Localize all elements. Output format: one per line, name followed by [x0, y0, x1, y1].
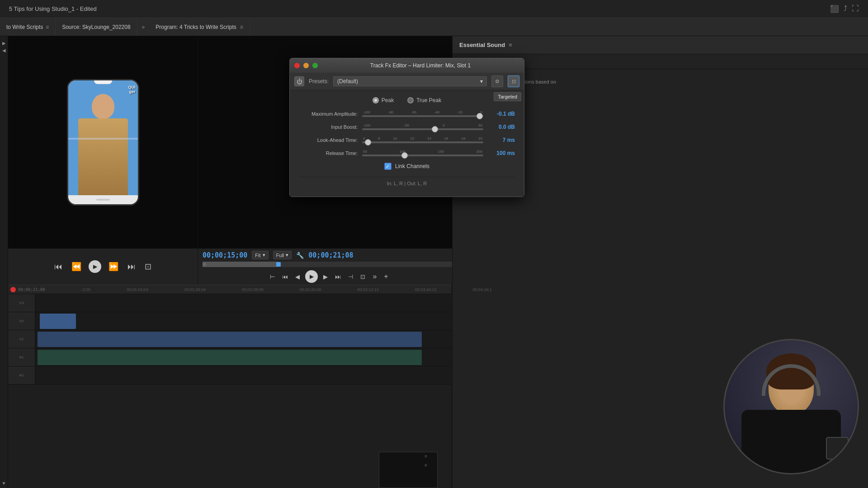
max-amplitude-track[interactable]	[362, 115, 483, 117]
phone-text-overlay: QUIger	[128, 85, 135, 94]
peak-radio-option[interactable]: Peak	[373, 97, 394, 103]
timeline-left-controls: 00;00;21;08	[10, 287, 45, 292]
progress-filled	[203, 262, 278, 267]
fx-power-button[interactable]: ⏻	[294, 76, 304, 86]
true-peak-radio-option[interactable]: True Peak	[407, 97, 441, 103]
left-panel-icon-2[interactable]: ◀	[2, 48, 6, 53]
power-icon: ⏻	[297, 78, 302, 85]
go-to-out-btn[interactable]: ⏭	[126, 261, 137, 272]
peak-label: Peak	[382, 97, 394, 103]
release-time-thumb[interactable]	[401, 152, 408, 159]
range-start-marker[interactable]	[203, 263, 206, 266]
link-channels-checkbox[interactable]: ✓	[384, 163, 392, 170]
progress-bar-area	[200, 261, 458, 269]
phone-progress-bar	[68, 138, 138, 140]
left-panel-icon-1[interactable]: ▶	[2, 41, 6, 46]
insert-clip-btn[interactable]: ⊡	[359, 272, 367, 281]
phone-body	[78, 118, 128, 195]
step-back-btn-prog[interactable]: ◀	[293, 272, 302, 281]
timeline-header: 00;00;21;08 -2;00 00;01;04;04 00;01;36;0…	[8, 285, 451, 294]
title-bar: 5 Tips for Using Studio_1 - Edited ⬛ ⤴ ⛶	[0, 0, 868, 18]
max-amplitude-thumb[interactable]	[476, 113, 483, 119]
window-icon-arrange[interactable]: ⬛	[830, 5, 839, 13]
input-boost-slider-container: -100-50050	[362, 123, 483, 130]
timeline-area: 00;00;21;08 -2;00 00;01;04;04 00;01;36;0…	[8, 285, 451, 488]
webcam-person	[725, 340, 858, 473]
step-fwd-btn-prog[interactable]: ▶	[321, 272, 330, 281]
source-file-label: Source: SkyLounge_202208	[56, 18, 137, 36]
track-content-v2[interactable]	[35, 312, 451, 330]
max-amplitude-row: Maximum Amplitude: -100-80-60-40-200 -0.…	[299, 110, 515, 117]
progress-playhead[interactable]	[276, 262, 281, 267]
clip-a1-main[interactable]	[38, 350, 422, 365]
fit-dropdown[interactable]: Fit ▾	[252, 251, 268, 259]
track-content-v3[interactable]	[35, 294, 451, 312]
input-boost-thumb[interactable]	[432, 126, 438, 132]
fx-body: Peak True Peak Maximum Amplitude: -100-8…	[290, 90, 524, 197]
track-content-a2[interactable]	[35, 366, 451, 384]
fx-settings-button[interactable]: ⚙	[491, 75, 503, 87]
source-panel-tab[interactable]: to Write Scripts ≡	[0, 18, 56, 36]
insert-btn[interactable]: ⊡	[143, 261, 153, 272]
prev-edit-btn[interactable]: ⏮	[280, 272, 290, 281]
window-icon-fullscreen[interactable]: ⛶	[852, 5, 859, 13]
wrench-icon[interactable]: 🔧	[296, 252, 304, 259]
look-ahead-thumb[interactable]	[365, 139, 371, 145]
mini-waveform: 0 -3	[379, 452, 438, 488]
play-btn[interactable]: ▶	[89, 260, 101, 273]
mark-in-btn[interactable]: ⊢	[268, 272, 277, 281]
play-btn-prog[interactable]: ▶	[305, 270, 318, 283]
progress-track[interactable]	[203, 262, 456, 267]
input-boost-track[interactable]	[362, 128, 483, 130]
program-panel-tab[interactable]: Program: 4 Tricks to Write Scripts ≡	[149, 18, 250, 36]
clip-v2-1[interactable]	[40, 314, 76, 329]
peak-row: Peak True Peak	[299, 97, 515, 103]
release-time-value: 100 ms	[483, 150, 515, 156]
true-peak-radio-button[interactable]	[407, 97, 414, 103]
record-button[interactable]	[10, 287, 16, 292]
source-menu-icon[interactable]: ≡	[46, 24, 49, 30]
nav-arrows[interactable]: »	[137, 24, 150, 30]
program-label: Program: 4 Tricks to Write Scripts	[156, 24, 236, 30]
go-to-in-btn[interactable]: ⏮	[52, 261, 64, 272]
release-time-track[interactable]	[362, 155, 483, 156]
preset-dropdown-arrow: ▾	[480, 78, 483, 84]
fx-target-button[interactable]: ⊡ Targeted	[508, 75, 519, 87]
fx-editor-title: Track Fx Editor – Hard Limiter: Mix, Slo…	[321, 62, 519, 69]
fx-minimize-button[interactable]	[303, 63, 309, 68]
mark-out-btn[interactable]: ⊣	[346, 272, 355, 281]
export-frame-btn[interactable]: »	[371, 272, 378, 282]
webcam-camera	[826, 437, 849, 460]
track-row-a2: A2	[8, 366, 451, 385]
step-back-btn[interactable]: ⏪	[70, 261, 83, 272]
timeline-marker-3: 00;02;08;08	[242, 287, 264, 292]
timeline-marker-1: 00;01;04;04	[127, 287, 148, 292]
look-ahead-track[interactable]	[362, 141, 483, 143]
window-icon-export[interactable]: ⤴	[844, 5, 847, 13]
fx-close-button[interactable]	[294, 63, 300, 68]
io-text: In: L, R | Out: L, R	[387, 181, 427, 186]
timeline-marker-5: 00;03;12;12	[357, 287, 379, 292]
release-time-label: Release Time:	[299, 150, 362, 156]
next-edit-btn[interactable]: ⏭	[333, 272, 343, 281]
look-ahead-value: 7 ms	[483, 137, 515, 143]
timeline-tracks: V3 V2 V1 A1 A2	[8, 294, 451, 385]
peak-radio-button[interactable]	[373, 97, 379, 103]
targeted-tooltip: Targeted	[494, 92, 521, 101]
phone-home-area	[68, 195, 138, 204]
left-panel-bottom-icon[interactable]: ▼	[2, 481, 6, 486]
step-forward-btn[interactable]: ⏩	[107, 261, 120, 272]
track-row-v2: V2	[8, 312, 451, 330]
preset-value: (Default)	[337, 78, 358, 84]
quality-dropdown[interactable]: Full ▾	[273, 251, 292, 259]
panel-menu-icon[interactable]: ≡	[509, 42, 512, 48]
program-menu-icon[interactable]: ≡	[240, 24, 243, 30]
settings-icon: ⚙	[495, 79, 500, 84]
add-marker-btn[interactable]: +	[382, 272, 390, 282]
track-content-v1[interactable]	[35, 330, 451, 348]
fx-maximize-button[interactable]	[312, 63, 318, 68]
clip-v1-main[interactable]	[38, 332, 422, 347]
fx-preset-dropdown[interactable]: (Default) ▾	[333, 76, 487, 86]
track-content-a1[interactable]	[35, 348, 451, 366]
waveform-display: 0 -3	[379, 452, 437, 488]
